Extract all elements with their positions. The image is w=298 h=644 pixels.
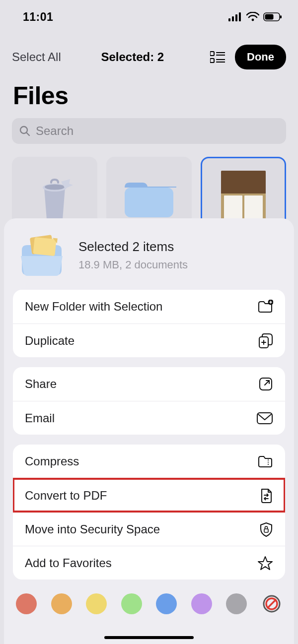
svg-rect-3 xyxy=(239,12,241,21)
action-label: Move into Security Space xyxy=(25,522,160,536)
email-action[interactable]: Email xyxy=(13,401,285,435)
convert-file-icon xyxy=(259,488,273,504)
archive-icon xyxy=(257,454,273,468)
no-tag-icon xyxy=(262,594,282,614)
tag-gray[interactable] xyxy=(226,593,247,614)
page-title: Files xyxy=(0,72,298,114)
action-label: Email xyxy=(25,411,55,425)
view-toggle-button[interactable] xyxy=(208,48,227,66)
svg-point-4 xyxy=(252,19,254,21)
new-folder-action[interactable]: New Folder with Selection xyxy=(13,290,285,323)
done-button[interactable]: Done xyxy=(235,45,286,69)
svg-rect-28 xyxy=(257,413,272,424)
list-view-icon xyxy=(210,51,225,63)
tag-blue[interactable] xyxy=(156,593,177,614)
svg-rect-18 xyxy=(125,188,173,217)
svg-rect-30 xyxy=(264,529,268,532)
cellular-icon xyxy=(228,12,242,21)
tag-yellow[interactable] xyxy=(86,593,107,614)
status-indicators xyxy=(228,12,282,22)
tag-none[interactable] xyxy=(261,593,282,614)
tag-orange[interactable] xyxy=(51,593,72,614)
move-security-action[interactable]: Move into Security Space xyxy=(13,512,285,546)
color-tag-row xyxy=(13,589,285,614)
battery-icon xyxy=(263,12,282,21)
share-icon xyxy=(258,377,273,391)
add-favorites-action[interactable]: Add to Favorites xyxy=(13,546,285,580)
svg-rect-9 xyxy=(210,59,214,63)
action-group-1: New Folder with Selection Duplicate xyxy=(13,290,285,357)
svg-rect-7 xyxy=(280,15,282,18)
search-field[interactable] xyxy=(12,118,286,144)
action-label: Convert to PDF xyxy=(25,489,107,503)
convert-pdf-action[interactable]: Convert to PDF xyxy=(13,478,285,512)
select-all-button[interactable]: Select All xyxy=(12,50,61,64)
svg-line-33 xyxy=(268,600,276,608)
svg-rect-8 xyxy=(210,52,214,56)
sheet-header: Selected 2 items 18.9 MB, 2 documents xyxy=(13,227,285,290)
tag-green[interactable] xyxy=(121,593,142,614)
svg-point-17 xyxy=(45,184,65,190)
action-sheet: Selected 2 items 18.9 MB, 2 documents Ne… xyxy=(4,218,294,644)
duplicate-icon xyxy=(258,333,273,349)
action-group-2: Share Email xyxy=(13,367,285,435)
action-label: Duplicate xyxy=(25,334,74,348)
star-icon xyxy=(257,556,273,571)
svg-rect-2 xyxy=(235,14,237,21)
svg-rect-1 xyxy=(232,16,234,21)
tag-purple[interactable] xyxy=(191,593,212,614)
sheet-title: Selected 2 items xyxy=(78,239,188,255)
share-action[interactable]: Share xyxy=(13,367,285,401)
svg-rect-0 xyxy=(228,18,230,21)
wifi-icon xyxy=(246,12,259,22)
selection-folder-icon xyxy=(17,233,67,277)
action-group-3: Compress Convert to PDF Move into Securi… xyxy=(13,445,285,580)
action-label: Share xyxy=(25,377,57,391)
selection-count: Selected: 2 xyxy=(61,50,204,64)
tag-red[interactable] xyxy=(16,593,37,614)
status-time: 11:01 xyxy=(23,10,53,24)
envelope-icon xyxy=(256,412,273,425)
action-label: New Folder with Selection xyxy=(25,300,162,314)
search-icon xyxy=(19,125,31,137)
folder-plus-icon xyxy=(257,300,273,314)
svg-line-15 xyxy=(27,133,30,136)
svg-rect-6 xyxy=(265,14,274,20)
home-indicator[interactable] xyxy=(104,636,194,639)
action-label: Add to Favorites xyxy=(25,556,112,570)
sheet-subtitle: 18.9 MB, 2 documents xyxy=(78,258,188,271)
status-bar: 11:01 xyxy=(0,0,298,30)
search-input[interactable] xyxy=(36,124,279,138)
shield-lock-icon xyxy=(259,521,273,537)
compress-action[interactable]: Compress xyxy=(13,445,285,478)
folder-icon xyxy=(122,180,176,221)
action-label: Compress xyxy=(25,454,79,468)
selection-toolbar: Select All Selected: 2 Done xyxy=(0,30,298,72)
svg-rect-20 xyxy=(33,237,56,256)
trash-icon xyxy=(35,179,74,222)
duplicate-action[interactable]: Duplicate xyxy=(13,323,285,357)
